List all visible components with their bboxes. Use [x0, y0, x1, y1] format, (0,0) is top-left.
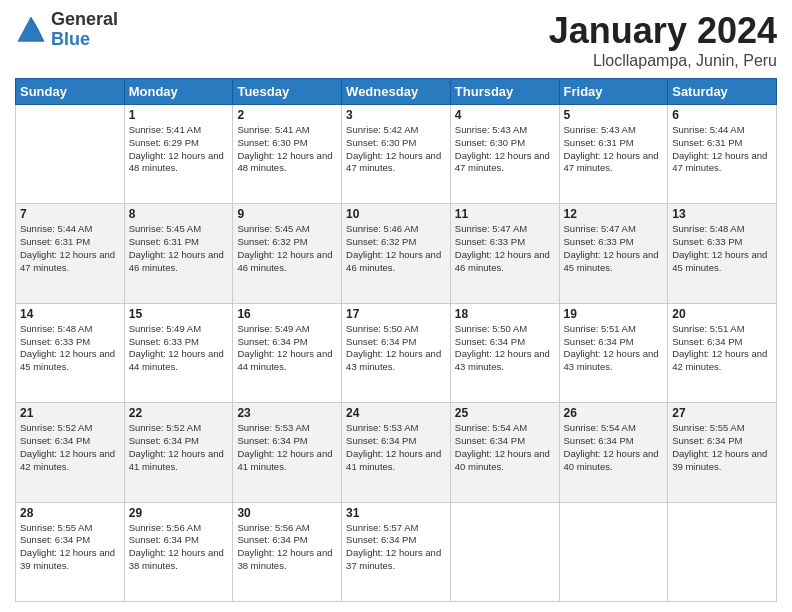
day-info: Sunrise: 5:55 AMSunset: 6:34 PMDaylight:… [20, 522, 120, 573]
calendar-day-cell: 29Sunrise: 5:56 AMSunset: 6:34 PMDayligh… [124, 502, 233, 601]
day-info: Sunrise: 5:52 AMSunset: 6:34 PMDaylight:… [20, 422, 120, 473]
logo-icon [15, 14, 47, 46]
day-info: Sunrise: 5:56 AMSunset: 6:34 PMDaylight:… [129, 522, 229, 573]
day-info: Sunrise: 5:42 AMSunset: 6:30 PMDaylight:… [346, 124, 446, 175]
calendar-day-cell: 20Sunrise: 5:51 AMSunset: 6:34 PMDayligh… [668, 303, 777, 402]
page: General Blue January 2024 Llocllapampa, … [0, 0, 792, 612]
day-info: Sunrise: 5:43 AMSunset: 6:31 PMDaylight:… [564, 124, 664, 175]
calendar-day-cell: 15Sunrise: 5:49 AMSunset: 6:33 PMDayligh… [124, 303, 233, 402]
calendar-day-cell: 25Sunrise: 5:54 AMSunset: 6:34 PMDayligh… [450, 403, 559, 502]
day-number: 13 [672, 207, 772, 221]
calendar-week-row: 1Sunrise: 5:41 AMSunset: 6:29 PMDaylight… [16, 105, 777, 204]
day-info: Sunrise: 5:45 AMSunset: 6:31 PMDaylight:… [129, 223, 229, 274]
day-number: 15 [129, 307, 229, 321]
day-number: 9 [237, 207, 337, 221]
day-number: 30 [237, 506, 337, 520]
day-number: 3 [346, 108, 446, 122]
day-info: Sunrise: 5:56 AMSunset: 6:34 PMDaylight:… [237, 522, 337, 573]
day-info: Sunrise: 5:48 AMSunset: 6:33 PMDaylight:… [20, 323, 120, 374]
calendar-header-row: SundayMondayTuesdayWednesdayThursdayFrid… [16, 79, 777, 105]
day-number: 4 [455, 108, 555, 122]
logo-blue-label: Blue [51, 30, 118, 50]
logo: General Blue [15, 10, 118, 50]
calendar-week-row: 28Sunrise: 5:55 AMSunset: 6:34 PMDayligh… [16, 502, 777, 601]
svg-marker-0 [18, 17, 44, 41]
calendar-table: SundayMondayTuesdayWednesdayThursdayFrid… [15, 78, 777, 602]
calendar-day-header: Sunday [16, 79, 125, 105]
calendar-day-cell: 30Sunrise: 5:56 AMSunset: 6:34 PMDayligh… [233, 502, 342, 601]
calendar-day-cell: 24Sunrise: 5:53 AMSunset: 6:34 PMDayligh… [342, 403, 451, 502]
day-number: 21 [20, 406, 120, 420]
day-number: 7 [20, 207, 120, 221]
day-info: Sunrise: 5:51 AMSunset: 6:34 PMDaylight:… [564, 323, 664, 374]
calendar-day-cell: 9Sunrise: 5:45 AMSunset: 6:32 PMDaylight… [233, 204, 342, 303]
calendar-day-cell: 21Sunrise: 5:52 AMSunset: 6:34 PMDayligh… [16, 403, 125, 502]
day-number: 19 [564, 307, 664, 321]
calendar-week-row: 7Sunrise: 5:44 AMSunset: 6:31 PMDaylight… [16, 204, 777, 303]
day-info: Sunrise: 5:53 AMSunset: 6:34 PMDaylight:… [237, 422, 337, 473]
calendar-day-cell: 28Sunrise: 5:55 AMSunset: 6:34 PMDayligh… [16, 502, 125, 601]
calendar-day-header: Saturday [668, 79, 777, 105]
day-info: Sunrise: 5:48 AMSunset: 6:33 PMDaylight:… [672, 223, 772, 274]
day-number: 20 [672, 307, 772, 321]
day-number: 6 [672, 108, 772, 122]
calendar-day-cell: 1Sunrise: 5:41 AMSunset: 6:29 PMDaylight… [124, 105, 233, 204]
day-info: Sunrise: 5:44 AMSunset: 6:31 PMDaylight:… [20, 223, 120, 274]
calendar-day-cell: 5Sunrise: 5:43 AMSunset: 6:31 PMDaylight… [559, 105, 668, 204]
day-info: Sunrise: 5:53 AMSunset: 6:34 PMDaylight:… [346, 422, 446, 473]
calendar-week-row: 21Sunrise: 5:52 AMSunset: 6:34 PMDayligh… [16, 403, 777, 502]
day-number: 11 [455, 207, 555, 221]
day-info: Sunrise: 5:49 AMSunset: 6:34 PMDaylight:… [237, 323, 337, 374]
logo-text: General Blue [51, 10, 118, 50]
day-number: 26 [564, 406, 664, 420]
calendar-day-cell: 16Sunrise: 5:49 AMSunset: 6:34 PMDayligh… [233, 303, 342, 402]
calendar-day-cell: 27Sunrise: 5:55 AMSunset: 6:34 PMDayligh… [668, 403, 777, 502]
calendar-day-cell: 31Sunrise: 5:57 AMSunset: 6:34 PMDayligh… [342, 502, 451, 601]
calendar-day-cell [16, 105, 125, 204]
day-info: Sunrise: 5:49 AMSunset: 6:33 PMDaylight:… [129, 323, 229, 374]
calendar-day-cell: 7Sunrise: 5:44 AMSunset: 6:31 PMDaylight… [16, 204, 125, 303]
day-info: Sunrise: 5:47 AMSunset: 6:33 PMDaylight:… [455, 223, 555, 274]
calendar-day-cell: 14Sunrise: 5:48 AMSunset: 6:33 PMDayligh… [16, 303, 125, 402]
day-number: 17 [346, 307, 446, 321]
day-number: 22 [129, 406, 229, 420]
day-info: Sunrise: 5:41 AMSunset: 6:29 PMDaylight:… [129, 124, 229, 175]
calendar-day-cell: 22Sunrise: 5:52 AMSunset: 6:34 PMDayligh… [124, 403, 233, 502]
calendar-day-cell: 17Sunrise: 5:50 AMSunset: 6:34 PMDayligh… [342, 303, 451, 402]
day-info: Sunrise: 5:41 AMSunset: 6:30 PMDaylight:… [237, 124, 337, 175]
day-number: 10 [346, 207, 446, 221]
day-info: Sunrise: 5:45 AMSunset: 6:32 PMDaylight:… [237, 223, 337, 274]
day-info: Sunrise: 5:43 AMSunset: 6:30 PMDaylight:… [455, 124, 555, 175]
day-info: Sunrise: 5:44 AMSunset: 6:31 PMDaylight:… [672, 124, 772, 175]
day-number: 25 [455, 406, 555, 420]
day-info: Sunrise: 5:46 AMSunset: 6:32 PMDaylight:… [346, 223, 446, 274]
day-number: 28 [20, 506, 120, 520]
calendar-day-cell [668, 502, 777, 601]
day-number: 23 [237, 406, 337, 420]
header: General Blue January 2024 Llocllapampa, … [15, 10, 777, 70]
calendar-day-cell: 4Sunrise: 5:43 AMSunset: 6:30 PMDaylight… [450, 105, 559, 204]
calendar-day-cell [450, 502, 559, 601]
day-number: 24 [346, 406, 446, 420]
logo-general-label: General [51, 10, 118, 30]
day-info: Sunrise: 5:47 AMSunset: 6:33 PMDaylight:… [564, 223, 664, 274]
calendar-day-cell: 18Sunrise: 5:50 AMSunset: 6:34 PMDayligh… [450, 303, 559, 402]
calendar-day-header: Thursday [450, 79, 559, 105]
day-info: Sunrise: 5:55 AMSunset: 6:34 PMDaylight:… [672, 422, 772, 473]
calendar-day-cell: 13Sunrise: 5:48 AMSunset: 6:33 PMDayligh… [668, 204, 777, 303]
calendar-day-cell: 6Sunrise: 5:44 AMSunset: 6:31 PMDaylight… [668, 105, 777, 204]
calendar-week-row: 14Sunrise: 5:48 AMSunset: 6:33 PMDayligh… [16, 303, 777, 402]
calendar-day-cell [559, 502, 668, 601]
day-number: 2 [237, 108, 337, 122]
calendar-day-cell: 19Sunrise: 5:51 AMSunset: 6:34 PMDayligh… [559, 303, 668, 402]
calendar-day-cell: 12Sunrise: 5:47 AMSunset: 6:33 PMDayligh… [559, 204, 668, 303]
day-info: Sunrise: 5:54 AMSunset: 6:34 PMDaylight:… [455, 422, 555, 473]
day-number: 18 [455, 307, 555, 321]
day-info: Sunrise: 5:50 AMSunset: 6:34 PMDaylight:… [346, 323, 446, 374]
calendar-day-header: Friday [559, 79, 668, 105]
day-number: 31 [346, 506, 446, 520]
day-number: 14 [20, 307, 120, 321]
calendar-day-cell: 2Sunrise: 5:41 AMSunset: 6:30 PMDaylight… [233, 105, 342, 204]
day-info: Sunrise: 5:50 AMSunset: 6:34 PMDaylight:… [455, 323, 555, 374]
day-info: Sunrise: 5:52 AMSunset: 6:34 PMDaylight:… [129, 422, 229, 473]
